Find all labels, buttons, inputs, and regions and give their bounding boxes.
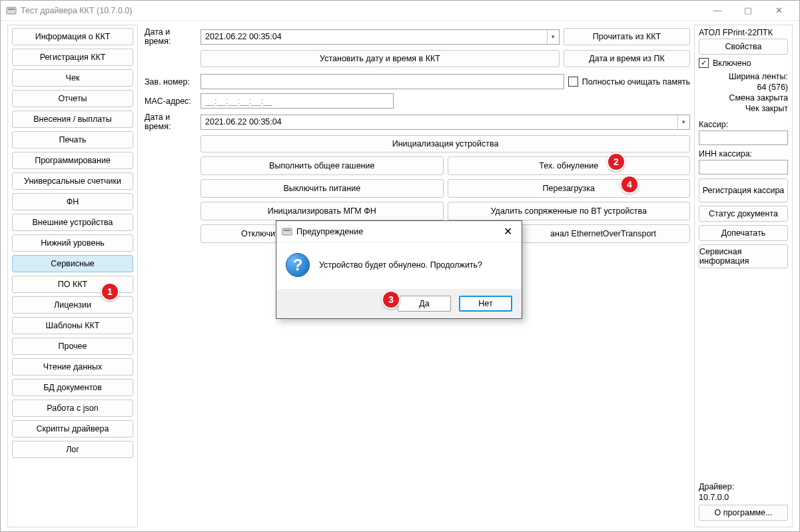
- printer-icon: [282, 226, 292, 237]
- nav-item-7[interactable]: Универсальные счетчики: [12, 172, 133, 190]
- cashier-inn-input[interactable]: [699, 160, 788, 174]
- device-model-label: АТОЛ FPrint-22ПТК: [699, 28, 788, 37]
- datetime2-combo[interactable]: 2021.06.22 00:35:04 ▾: [200, 115, 690, 130]
- doc-status-button[interactable]: Статус документа: [699, 206, 788, 222]
- chevron-down-icon: ▾: [677, 115, 689, 129]
- nav-item-16[interactable]: Чтение данных: [12, 358, 133, 376]
- receipt-closed-label: Чек закрыт: [699, 104, 788, 113]
- init-mgm-button[interactable]: Инициализировать МГМ ФН: [200, 202, 444, 220]
- app-icon: [6, 5, 17, 16]
- date-from-pc-button[interactable]: Дата и время из ПК: [564, 50, 690, 67]
- minimize-button[interactable]: —: [702, 1, 733, 21]
- close-button[interactable]: ✕: [763, 1, 794, 21]
- nav-item-8[interactable]: ФН: [12, 193, 133, 210]
- enabled-check[interactable]: ✓ Включено: [699, 58, 788, 68]
- badge-1: 1: [101, 282, 119, 301]
- badge-2: 2: [607, 152, 625, 171]
- nav-item-10[interactable]: Нижний уровень: [12, 234, 133, 252]
- nav-item-1[interactable]: Регистрация ККТ: [12, 49, 133, 66]
- read-from-kkt-button[interactable]: Прочитать из ККТ: [564, 28, 690, 45]
- tape-width-value: 64 (576): [699, 83, 788, 92]
- label-date-time2: Дата и время:: [145, 113, 197, 131]
- cashier-input[interactable]: [699, 131, 788, 145]
- question-icon: ?: [286, 253, 310, 277]
- mac-input[interactable]: __:__:__:__:__:__: [200, 93, 394, 109]
- left-nav-panel: Информация о ККТРегистрация ККТЧекОтчеты…: [7, 25, 138, 527]
- label-serial: Зав. номер:: [145, 77, 197, 87]
- label-date-time: Дата и время:: [145, 27, 197, 46]
- title-bar: Тест драйвера ККТ (10.7.0.0) — ▢ ✕: [1, 1, 799, 21]
- svg-rect-2: [282, 228, 292, 235]
- service-info-button[interactable]: Сервисная информация: [699, 244, 788, 268]
- datetime1-value: 2021.06.22 00:35:04: [205, 32, 282, 41]
- nav-item-6[interactable]: Программирование: [12, 152, 133, 169]
- badge-4: 4: [620, 175, 639, 194]
- nav-item-15[interactable]: Прочее: [12, 338, 133, 355]
- checkbox-icon: [568, 77, 578, 87]
- datetime1-combo[interactable]: 2021.06.22 00:35:04 ▾: [200, 29, 560, 45]
- set-date-time-button[interactable]: Установить дату и время в ККТ: [200, 50, 560, 67]
- svg-rect-1: [8, 9, 15, 10]
- svg-rect-0: [7, 7, 16, 14]
- serial-input[interactable]: [200, 74, 564, 89]
- nav-item-19[interactable]: Скрипты драйвера: [12, 420, 133, 437]
- enabled-label: Включено: [713, 59, 751, 68]
- nav-item-14[interactable]: Шаблоны ККТ: [12, 317, 133, 334]
- cashier-label: Кассир:: [699, 120, 788, 129]
- clear-memory-check[interactable]: Полностью очищать память: [568, 77, 690, 87]
- svg-rect-3: [284, 230, 290, 231]
- dialog-yes-button[interactable]: Да: [398, 296, 451, 312]
- driver-label: Драйвер:: [699, 482, 788, 491]
- right-panel: АТОЛ FPrint-22ПТК Свойства ✓ Включено Ши…: [694, 25, 793, 527]
- clear-memory-label: Полностью очищать память: [582, 77, 690, 87]
- tape-width-label: Ширина ленты:: [699, 72, 788, 81]
- shift-closed-label: Смена закрыта: [699, 93, 788, 103]
- nav-item-4[interactable]: Внесения / выплаты: [12, 111, 133, 128]
- nav-item-9[interactable]: Внешние устройства: [12, 214, 133, 231]
- power-off-button[interactable]: Выключить питание: [200, 179, 444, 198]
- register-cashier-button[interactable]: Регистрация кассира: [699, 178, 788, 202]
- remove-bt-button[interactable]: Удалить сопряженные по BT устройства: [448, 202, 691, 220]
- init-device-button[interactable]: Инициализация устройства: [200, 135, 690, 152]
- maximize-button[interactable]: ▢: [733, 1, 763, 21]
- dialog-close-button[interactable]: ✕: [500, 225, 516, 238]
- about-button[interactable]: О программе...: [699, 505, 788, 521]
- label-mac: MAC-адрес:: [145, 97, 197, 106]
- badge-3: 3: [382, 290, 400, 309]
- properties-button[interactable]: Свойства: [699, 39, 788, 55]
- nav-item-5[interactable]: Печать: [12, 131, 133, 148]
- datetime2-value: 2021.06.22 00:35:04: [205, 117, 282, 127]
- nav-item-0[interactable]: Информация о ККТ: [12, 28, 133, 45]
- cashier-inn-label: ИНН кассира:: [699, 149, 788, 158]
- driver-version: 10.7.0.0: [699, 493, 788, 502]
- chevron-down-icon: ▾: [547, 30, 559, 44]
- nav-item-3[interactable]: Отчеты: [12, 90, 133, 107]
- nav-item-2[interactable]: Чек: [12, 69, 133, 87]
- tech-reset-button[interactable]: Тех. обнуление: [448, 156, 691, 175]
- nav-item-20[interactable]: Лог: [12, 441, 133, 458]
- dialog-title: Предупреждение: [296, 227, 363, 236]
- checkbox-checked-icon: ✓: [699, 58, 709, 68]
- nav-item-17[interactable]: БД документов: [12, 379, 133, 396]
- dialog-title-bar: Предупреждение ✕: [276, 221, 522, 242]
- dialog-message: Устройство будет обнулено. Продолжить?: [319, 260, 482, 270]
- reboot-button[interactable]: Перезагрузка: [448, 179, 691, 198]
- print-more-button[interactable]: Допечатать: [699, 225, 788, 241]
- general-reset-button[interactable]: Выполнить общее гашение: [200, 156, 444, 175]
- dialog-no-button[interactable]: Нет: [459, 296, 512, 312]
- window-title: Тест драйвера ККТ (10.7.0.0): [21, 6, 133, 15]
- nav-item-11[interactable]: Сервисные: [12, 255, 133, 272]
- nav-item-18[interactable]: Работа с json: [12, 399, 133, 417]
